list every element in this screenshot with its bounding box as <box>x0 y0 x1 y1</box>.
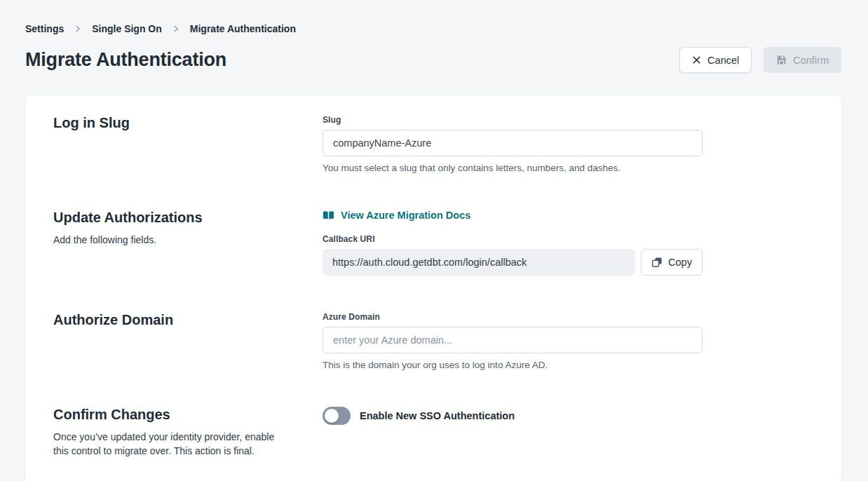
azure-domain-help-text: This is the domain your org uses to log … <box>323 360 703 370</box>
cancel-button-label: Cancel <box>707 55 739 66</box>
authorize-domain-heading: Authorize Domain <box>53 312 292 328</box>
update-authorizations-description: Add the following fields. <box>53 233 285 247</box>
save-icon <box>776 55 787 65</box>
confirm-button[interactable]: Confirm <box>764 47 841 73</box>
section-login-slug: Log in Slug Slug You must select a slug … <box>53 115 813 173</box>
cancel-button[interactable]: Cancel <box>679 47 752 73</box>
confirm-changes-heading: Confirm Changes <box>53 407 292 423</box>
slug-label: Slug <box>323 115 703 125</box>
copy-button-label: Copy <box>668 257 692 268</box>
azure-domain-label: Azure Domain <box>323 312 703 322</box>
sso-toggle-row: Enable New SSO Authentication <box>323 407 703 425</box>
confirm-button-label: Confirm <box>793 55 829 66</box>
section-confirm-changes: Confirm Changes Once you’ve updated your… <box>53 407 813 459</box>
breadcrumb-current: Migrate Authentication <box>190 23 296 34</box>
enable-sso-toggle-label: Enable New SSO Authentication <box>360 410 515 421</box>
breadcrumb-settings[interactable]: Settings <box>25 23 64 34</box>
copy-icon <box>651 257 663 268</box>
section-update-authorizations: Update Authorizations Add the following … <box>53 210 813 276</box>
breadcrumb-single-sign-on[interactable]: Single Sign On <box>92 23 162 34</box>
page-header: Migrate Authentication Cancel Confirm <box>25 47 841 73</box>
copy-button[interactable]: Copy <box>641 249 703 276</box>
confirm-changes-description: Once you’ve updated your identity provid… <box>53 430 285 459</box>
close-icon <box>692 55 701 65</box>
breadcrumb: Settings Single Sign On Migrate Authenti… <box>25 23 841 34</box>
chevron-right-icon <box>74 25 82 33</box>
enable-sso-toggle[interactable] <box>323 407 351 425</box>
callback-uri-row: https://auth.cloud.getdbt.com/login/call… <box>323 249 703 276</box>
header-actions: Cancel Confirm <box>679 47 841 73</box>
chevron-right-icon <box>172 25 180 33</box>
slug-input[interactable] <box>323 130 703 156</box>
toggle-knob <box>325 409 339 423</box>
update-authorizations-heading: Update Authorizations <box>53 210 292 226</box>
migrate-authentication-page: Settings Single Sign On Migrate Authenti… <box>0 0 868 481</box>
view-azure-migration-docs-link[interactable]: View Azure Migration Docs <box>323 210 470 221</box>
docs-link-label: View Azure Migration Docs <box>341 210 470 221</box>
login-slug-heading: Log in Slug <box>53 115 292 131</box>
callback-uri-label: Callback URI <box>323 234 703 244</box>
page-title: Migrate Authentication <box>25 49 226 71</box>
slug-help-text: You must select a slug that only contain… <box>323 163 703 173</box>
migrate-authentication-card: Log in Slug Slug You must select a slug … <box>25 95 841 481</box>
section-authorize-domain: Authorize Domain Azure Domain This is th… <box>53 312 813 370</box>
book-icon <box>323 210 334 220</box>
callback-uri-value: https://auth.cloud.getdbt.com/login/call… <box>323 249 635 276</box>
azure-domain-input[interactable] <box>323 327 703 353</box>
